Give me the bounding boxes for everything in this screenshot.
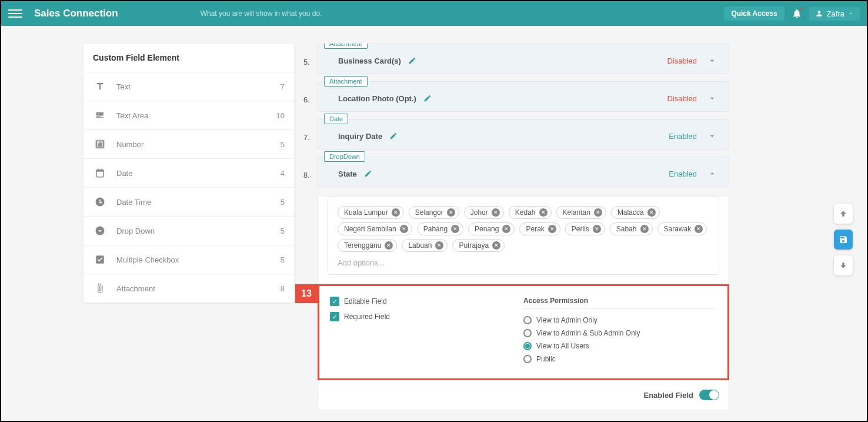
element-date[interactable]: Date4 xyxy=(84,158,294,187)
remove-option-icon[interactable]: ✕ xyxy=(593,225,601,233)
remove-option-icon[interactable]: ✕ xyxy=(385,241,393,250)
remove-option-icon[interactable]: ✕ xyxy=(492,241,500,250)
field-type-chip: Date xyxy=(324,114,348,124)
field-title: Location Photo (Opt.) xyxy=(338,94,416,103)
sidebar-title: Custom Field Element xyxy=(84,44,294,72)
element-count: 8 xyxy=(281,284,285,293)
remove-option-icon[interactable]: ✕ xyxy=(539,208,547,217)
custom-field-element-panel: Custom Field Element Text7Text Area1012N… xyxy=(84,44,294,303)
svg-text:12: 12 xyxy=(98,142,102,147)
edit-icon[interactable] xyxy=(423,94,432,102)
option-label: Negeri Sembilan xyxy=(344,225,396,233)
option-tag: Selangor✕ xyxy=(409,206,459,219)
option-tag: Penang✕ xyxy=(468,222,515,235)
element-checkbox[interactable]: Multiple Checkbox5 xyxy=(84,245,294,274)
expand-toggle[interactable] xyxy=(707,94,717,103)
option-tag: Kelantan✕ xyxy=(556,206,606,219)
element-count: 5 xyxy=(281,198,285,207)
step-marker: 13 xyxy=(295,284,318,303)
option-label: Perak xyxy=(526,225,544,233)
option-tag: Negeri Sembilan✕ xyxy=(338,222,412,235)
quick-access-button[interactable]: Quick Access xyxy=(724,6,784,21)
remove-option-icon[interactable]: ✕ xyxy=(548,225,556,233)
user-icon xyxy=(815,9,823,18)
permission-option[interactable]: View to All Users xyxy=(523,342,717,350)
option-tag: Pahang✕ xyxy=(417,222,463,235)
field-type-chip: Attachment xyxy=(324,76,368,87)
datetime-icon xyxy=(93,195,107,209)
option-tag: Sarawak✕ xyxy=(657,222,707,235)
remove-option-icon[interactable]: ✕ xyxy=(695,225,703,233)
radio-icon xyxy=(523,329,532,337)
edit-icon[interactable] xyxy=(364,170,372,178)
dropdown-icon xyxy=(93,224,107,238)
textarea-icon xyxy=(93,108,107,122)
remove-option-icon[interactable]: ✕ xyxy=(400,225,408,233)
remove-option-icon[interactable]: ✕ xyxy=(451,225,459,233)
remove-option-icon[interactable]: ✕ xyxy=(594,208,602,217)
user-menu[interactable]: Zafra xyxy=(809,7,860,21)
permission-option[interactable]: Public xyxy=(523,355,717,363)
element-count: 5 xyxy=(281,227,285,235)
field-title: Inquiry Date xyxy=(338,132,382,141)
permission-option[interactable]: View to Admin Only xyxy=(523,316,717,324)
enabled-field-label: Enabled Field xyxy=(643,391,693,400)
checkbox-label: Required Field xyxy=(344,313,390,321)
expand-toggle[interactable] xyxy=(707,56,717,65)
radio-icon xyxy=(523,355,532,363)
option-label: Labuan xyxy=(408,241,432,250)
editable-field-checkbox[interactable]: ✓Editable Field xyxy=(330,297,523,306)
enabled-toggle[interactable] xyxy=(699,390,719,400)
scroll-down-button[interactable] xyxy=(834,255,853,275)
option-label: Kuala Lumpur xyxy=(344,208,388,217)
checkbox-icon: ✓ xyxy=(330,312,339,321)
option-tag: Terengganu✕ xyxy=(338,239,397,252)
element-number[interactable]: 12Number5 xyxy=(84,129,294,158)
element-count: 7 xyxy=(281,82,285,91)
add-options-input[interactable]: Add options... xyxy=(335,254,712,267)
edit-icon[interactable] xyxy=(408,57,416,65)
permission-option[interactable]: View to Admin & Sub Admin Only xyxy=(523,329,717,337)
menu-icon[interactable] xyxy=(8,6,22,21)
remove-option-icon[interactable]: ✕ xyxy=(502,225,510,233)
field-number: 5. xyxy=(303,58,310,67)
save-button[interactable] xyxy=(834,230,853,250)
app-title: Sales Connection xyxy=(34,8,118,19)
required-field-checkbox[interactable]: ✓Required Field xyxy=(330,312,523,321)
checkbox-label: Editable Field xyxy=(344,297,387,305)
option-tag: Kuala Lumpur✕ xyxy=(338,206,404,219)
remove-option-icon[interactable]: ✕ xyxy=(640,225,649,233)
field-status: Disabled xyxy=(667,57,697,65)
edit-icon[interactable] xyxy=(389,132,398,140)
scroll-up-button[interactable] xyxy=(834,204,853,224)
element-datetime[interactable]: Date Time5 xyxy=(84,187,294,216)
field-number: 7. xyxy=(303,133,310,142)
number-icon: 12 xyxy=(93,137,107,151)
expand-toggle[interactable] xyxy=(707,131,717,141)
checkbox-icon: ✓ xyxy=(330,297,339,306)
field-title: Business Card(s) xyxy=(338,57,401,65)
remove-option-icon[interactable]: ✕ xyxy=(392,208,400,217)
options-list: Kuala Lumpur✕Selangor✕Johor✕Kedah✕Kelant… xyxy=(328,197,719,275)
option-label: Kelantan xyxy=(563,208,590,217)
expand-toggle[interactable] xyxy=(707,169,717,178)
permission-label: View to Admin & Sub Admin Only xyxy=(536,329,640,337)
element-textarea[interactable]: Text Area10 xyxy=(84,101,294,129)
field-type-chip: Attachment xyxy=(324,44,368,49)
element-dropdown[interactable]: Drop Down5 xyxy=(84,216,294,245)
element-attachment[interactable]: Attachment8 xyxy=(84,274,294,303)
option-label: Kedah xyxy=(515,208,536,217)
remove-option-icon[interactable]: ✕ xyxy=(647,208,656,217)
notification-bell-icon[interactable] xyxy=(792,8,802,19)
radio-icon xyxy=(523,342,532,350)
field-expanded-panel: Kuala Lumpur✕Selangor✕Johor✕Kedah✕Kelant… xyxy=(318,197,729,410)
remove-option-icon[interactable]: ✕ xyxy=(492,208,500,217)
attachment-icon xyxy=(93,281,107,295)
remove-option-icon[interactable]: ✕ xyxy=(447,208,455,217)
element-text[interactable]: Text7 xyxy=(84,72,294,101)
element-label: Attachment xyxy=(116,284,155,293)
element-label: Date xyxy=(116,169,132,178)
remove-option-icon[interactable]: ✕ xyxy=(435,241,443,250)
option-tag: Malacca✕ xyxy=(611,206,660,219)
option-label: Putrajaya xyxy=(459,241,489,250)
